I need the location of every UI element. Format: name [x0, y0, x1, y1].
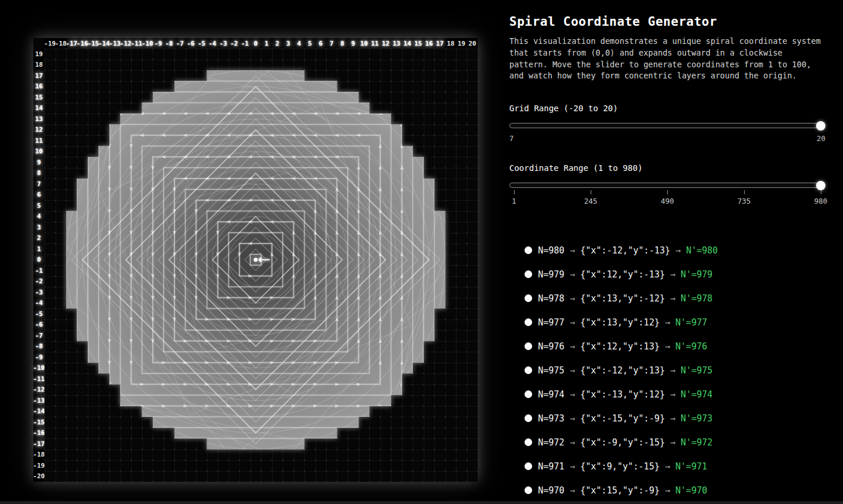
- grid-col-label: -11: [131, 38, 142, 49]
- arrow-separator: →: [660, 485, 676, 496]
- coordinate-bullet-icon: [525, 318, 532, 326]
- coordinate-list-item: N=975 → {"x":-12,"y":13} → N'=975: [525, 358, 835, 382]
- grid-col-label: 3: [283, 38, 294, 49]
- grid-col-label: -5: [196, 38, 207, 49]
- coordinate-bullet-icon: [525, 390, 532, 398]
- grid-row-label: 10: [33, 146, 44, 157]
- grid-row-label: 17: [33, 70, 44, 81]
- arrow-separator: →: [564, 413, 580, 424]
- grid-row-label: -7: [33, 330, 44, 341]
- grid-row-label: -5: [33, 308, 44, 320]
- description-text: This visualization demonstrates a unique…: [509, 36, 824, 82]
- arrow-separator: →: [660, 317, 676, 328]
- grid-row-label: 3: [33, 222, 44, 233]
- arrow-separator: →: [660, 341, 676, 352]
- grid-row-label: 15: [33, 92, 44, 103]
- grid-col-label: 8: [337, 38, 348, 49]
- grid-row-label: 4: [33, 211, 44, 222]
- coordinate-xy-json: {"x":12,"y":13}: [580, 341, 659, 352]
- coordinate-bullet-icon: [525, 294, 532, 302]
- arrow-separator: →: [564, 389, 580, 400]
- grid-row-label: 16: [33, 81, 44, 92]
- coordinate-nprime-value: N'=975: [681, 365, 712, 376]
- grid-row-label: -15: [33, 417, 44, 428]
- coordinate-bullet-icon: [525, 462, 532, 470]
- arrow-separator: →: [564, 317, 580, 328]
- coordinate-nprime-value: N'=972: [681, 437, 712, 448]
- coordinate-xy-json: {"x":9,"y":-15}: [580, 461, 659, 472]
- coordinate-bullet-icon: [525, 438, 532, 446]
- grid-range-minmax: 7 20: [509, 134, 825, 143]
- grid-range-slider-thumb[interactable]: [816, 121, 825, 131]
- grid-row-label: 13: [33, 114, 44, 125]
- arrow-separator: →: [564, 341, 580, 352]
- grid-row-label: -16: [33, 428, 44, 439]
- coordinate-bullet-icon: [525, 414, 532, 422]
- coordinate-list-item: N=979 → {"x":12,"y":-13} → N'=979: [525, 262, 835, 286]
- grid-col-label: -1: [239, 38, 251, 49]
- slider-tick-mark: [591, 190, 591, 194]
- arrow-separator: →: [564, 293, 580, 304]
- arrow-separator: →: [665, 437, 681, 448]
- grid-col-label: -8: [164, 38, 175, 49]
- grid-col-label: 7: [326, 38, 337, 49]
- grid-col-label: -16: [77, 38, 88, 49]
- coordinate-xy-json: {"x":13,"y":-12}: [580, 293, 665, 304]
- grid-col-label: 5: [304, 38, 316, 49]
- coord-range-slider-track[interactable]: [509, 183, 825, 188]
- coord-range-slider-thumb[interactable]: [816, 181, 825, 190]
- coordinate-list-item: N=972 → {"x":-9,"y":-15} → N'=972: [525, 430, 835, 454]
- grid-col-label: 11: [369, 38, 381, 49]
- grid-col-label: -19: [44, 38, 56, 49]
- grid-col-label: 20: [467, 38, 478, 49]
- grid-col-label: -9: [153, 38, 164, 49]
- grid-col-label: 4: [294, 38, 305, 49]
- grid-range-label: Grid Range (-20 to 20): [509, 104, 618, 113]
- spiral-visualization-canvas[interactable]: [44, 49, 478, 482]
- slider-tick-label: 735: [738, 197, 751, 205]
- coordinate-n-value: N=971: [538, 461, 564, 472]
- grid-col-label: 0: [251, 38, 262, 49]
- arrow-separator: →: [665, 413, 681, 424]
- coordinate-xy-json: {"x":-13,"y":12}: [580, 389, 665, 400]
- slider-tick-label: 1: [512, 197, 516, 205]
- coordinate-bullet-icon: [525, 270, 532, 278]
- slider-tick-mark: [514, 190, 515, 194]
- grid-row-label: -14: [33, 406, 44, 417]
- coord-range-tickmarks: 1245490735980: [509, 190, 825, 205]
- grid-col-label: 19: [456, 38, 467, 49]
- grid-row-label: -10: [33, 363, 44, 374]
- grid-row-label: -18: [33, 450, 44, 461]
- horizontal-scrollbar[interactable]: [0, 501, 843, 504]
- grid-row-label: 14: [33, 103, 44, 114]
- coordinate-list-item: N=978 → {"x":13,"y":-12} → N'=978: [525, 286, 835, 310]
- grid-corner-cell: [33, 38, 44, 49]
- coordinate-nprime-value: N'=971: [676, 461, 707, 472]
- slider-tick-label: 245: [584, 197, 598, 205]
- grid-row-label: 2: [33, 233, 44, 244]
- grid-col-label: 1: [261, 38, 272, 49]
- grid-row-label: 18: [33, 60, 44, 71]
- grid-col-label: -10: [142, 38, 153, 49]
- grid-col-label: -2: [229, 38, 240, 49]
- coordinate-nprime-value: N'=974: [681, 389, 712, 400]
- grid-col-label: 14: [402, 38, 413, 49]
- grid-row-label: -13: [33, 395, 44, 406]
- coordinate-n-value: N=975: [538, 365, 564, 376]
- grid-range-slider-track[interactable]: [509, 123, 825, 128]
- grid-col-label: -13: [109, 38, 121, 49]
- grid-row-label: -1: [33, 265, 44, 276]
- coordinate-nprime-value: N'=970: [676, 485, 707, 496]
- arrow-separator: →: [564, 485, 580, 496]
- coordinate-list-item: N=970 → {"x":15,"y":-9} → N'=970: [525, 478, 835, 502]
- arrow-separator: →: [564, 461, 580, 472]
- arrow-separator: →: [564, 365, 580, 376]
- slider-tick-mark: [821, 190, 821, 194]
- spiral-grid-panel: -19-18-17-16-15-14-13-12-11-10-9-8-7-6-5…: [33, 38, 478, 482]
- grid-col-label: -7: [174, 38, 186, 49]
- grid-row-label: -8: [33, 341, 44, 352]
- coordinate-list: N=980 → {"x":-12,"y":-13} → N'=980N=979 …: [525, 238, 835, 502]
- grid-col-label: 15: [413, 38, 424, 49]
- slider-tick-label: 980: [814, 197, 828, 205]
- grid-row-label: -11: [33, 373, 44, 385]
